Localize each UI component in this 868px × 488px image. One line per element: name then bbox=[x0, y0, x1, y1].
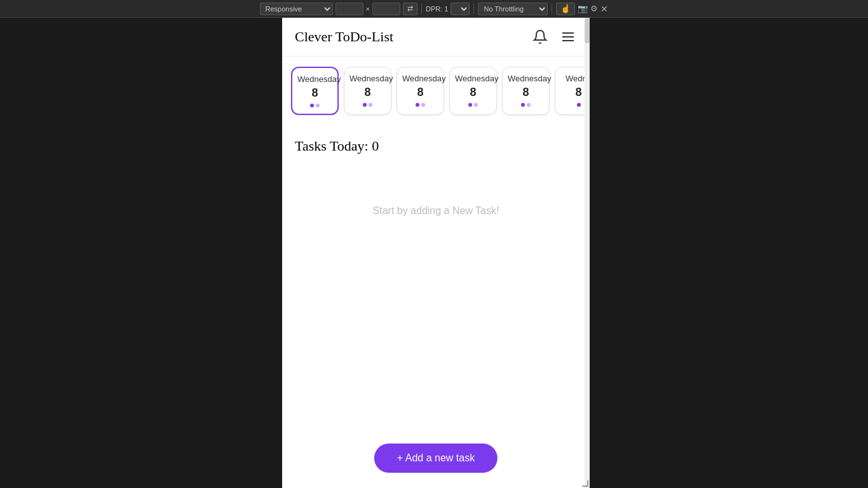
rotate-button[interactable]: ⇄ bbox=[403, 3, 417, 15]
day-num-3: 8 bbox=[455, 86, 491, 99]
dimension-separator: × bbox=[366, 5, 370, 13]
empty-state-text: Start by adding a New Task! bbox=[295, 205, 577, 217]
throttling-select[interactable]: No ThrottlingFast 3GSlow 3GOffline bbox=[478, 3, 548, 15]
dot-2-0 bbox=[416, 103, 419, 107]
day-num-4: 8 bbox=[508, 86, 544, 99]
dot-1-1 bbox=[369, 103, 372, 107]
dpr-label: DPR: 1 bbox=[426, 5, 448, 13]
dot-4-1 bbox=[527, 103, 531, 107]
day-dots-2 bbox=[402, 103, 438, 107]
dot-4-0 bbox=[521, 103, 525, 107]
calendar-day-0[interactable]: Wednesday 8 bbox=[291, 67, 339, 115]
right-dark-panel bbox=[590, 18, 868, 488]
day-dots-3 bbox=[455, 103, 491, 107]
tasks-section: Tasks Today: 0 Start by adding a New Tas… bbox=[282, 125, 590, 229]
day-name-4: Wednesday bbox=[508, 74, 544, 83]
dot-3-1 bbox=[474, 103, 478, 107]
devtools-bar: ResponsiveMobile S - 320pxMobile M - 375… bbox=[0, 0, 868, 18]
cursor-button[interactable]: ☝ bbox=[556, 3, 575, 15]
dot-5-0 bbox=[577, 103, 581, 107]
screenshot-button[interactable]: 📷 bbox=[578, 4, 588, 13]
viewport-scrollbar[interactable] bbox=[585, 18, 590, 488]
dot-0-0 bbox=[310, 104, 314, 107]
day-dots-4 bbox=[508, 103, 544, 107]
day-num-2: 8 bbox=[402, 86, 438, 99]
dot-3-0 bbox=[468, 103, 472, 107]
bell-icon-button[interactable] bbox=[531, 28, 549, 46]
app-viewport: Clever ToDo-List Wednesday 8 bbox=[282, 18, 590, 488]
dot-1-0 bbox=[363, 103, 367, 107]
add-task-button[interactable]: + Add a new task bbox=[374, 444, 498, 473]
dpr-select[interactable]: 1 bbox=[451, 3, 470, 15]
resize-handle[interactable] bbox=[582, 480, 590, 488]
calendar-strip: Wednesday 8 Wednesday 8 Wednesday 8 bbox=[282, 57, 590, 125]
separator-3 bbox=[552, 4, 552, 14]
menu-icon-button[interactable] bbox=[559, 28, 577, 46]
day-name-0: Wednesday bbox=[297, 74, 332, 84]
day-num-1: 8 bbox=[349, 86, 386, 99]
app-header: Clever ToDo-List bbox=[282, 18, 590, 57]
dot-2-1 bbox=[421, 103, 425, 107]
calendar-day-2[interactable]: Wednesday 8 bbox=[397, 67, 444, 115]
calendar-day-3[interactable]: Wednesday 8 bbox=[449, 67, 497, 115]
day-name-2: Wednesday bbox=[402, 74, 438, 83]
separator-1 bbox=[421, 4, 422, 14]
width-input[interactable]: 484 bbox=[336, 3, 363, 15]
app-title: Clever ToDo-List bbox=[295, 29, 393, 45]
left-dark-panel bbox=[0, 18, 282, 488]
rotate-icon: ⇄ bbox=[407, 4, 413, 13]
day-dots-0 bbox=[297, 104, 332, 107]
tasks-today-heading: Tasks Today: 0 bbox=[295, 138, 577, 154]
close-button[interactable]: ✕ bbox=[600, 4, 608, 14]
day-num-0: 8 bbox=[297, 86, 332, 100]
day-name-1: Wednesday bbox=[349, 74, 386, 83]
day-name-3: Wednesday bbox=[455, 74, 491, 83]
responsive-select[interactable]: ResponsiveMobile S - 320pxMobile M - 375… bbox=[260, 3, 333, 15]
calendar-day-4[interactable]: Wednesday 8 bbox=[502, 67, 550, 115]
settings-button[interactable]: ⚙ bbox=[590, 4, 598, 13]
calendar-day-1[interactable]: Wednesday 8 bbox=[344, 67, 391, 115]
day-dots-1 bbox=[349, 103, 386, 107]
scrollbar-thumb[interactable] bbox=[585, 18, 590, 43]
dot-0-1 bbox=[316, 104, 320, 107]
separator-2 bbox=[473, 4, 474, 14]
header-icons bbox=[531, 28, 577, 46]
height-input[interactable]: 800 bbox=[372, 3, 400, 15]
